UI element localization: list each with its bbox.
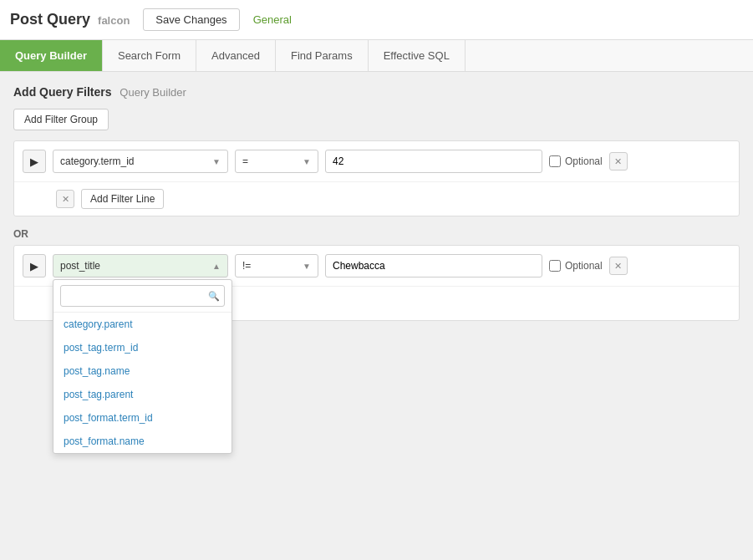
dropdown-item-3[interactable]: post_tag.parent	[53, 383, 231, 406]
field-select-1-caret: ▼	[212, 157, 221, 166]
dropdown-item-0[interactable]: category.parent	[53, 313, 231, 336]
general-link[interactable]: General	[253, 13, 292, 26]
optional-checkbox-2[interactable]: Optional	[549, 260, 603, 272]
save-button[interactable]: Save Changes	[143, 8, 239, 31]
dropdown-search-input[interactable]	[60, 285, 225, 307]
operator-select-2-caret: ▼	[303, 262, 311, 271]
optional-checkbox-1[interactable]: Optional	[549, 155, 603, 167]
dropdown-item-1[interactable]: post_tag.term_id	[53, 336, 231, 359]
remove-row-2-button[interactable]: ✕	[609, 257, 628, 275]
filter-group-1-actions: ✕ Add Filter Line	[14, 182, 739, 216]
operator-select-2[interactable]: != ▼	[235, 254, 318, 277]
field-select-2-caret: ▲	[212, 262, 221, 271]
field-dropdown-menu: 🔍 category.parent post_tag.term_id post_…	[53, 279, 232, 454]
dropdown-item-4[interactable]: post_format.term_id	[53, 406, 231, 430]
field-select-2[interactable]: post_title ▲	[53, 254, 228, 277]
collapse-arrow-1[interactable]: ▶	[23, 150, 46, 173]
field-select-1[interactable]: category.term_id ▼	[53, 150, 228, 173]
dropdown-search-area: 🔍	[53, 280, 231, 313]
tab-query-builder[interactable]: Query Builder	[0, 40, 103, 71]
optional-check-input-1[interactable]	[549, 155, 561, 167]
content-area: Add Query Filters Query Builder Add Filt…	[0, 72, 753, 341]
header: Post Query falcon Save Changes General	[0, 0, 753, 40]
page-title: Post Query falcon	[10, 11, 130, 28]
section-title: Add Query Filters Query Builder	[13, 85, 740, 99]
search-wrapper: 🔍	[60, 285, 225, 307]
collapse-arrow-2[interactable]: ▶	[23, 254, 46, 277]
add-filter-line-1-button[interactable]: Add Filter Line	[81, 189, 164, 209]
value-input-1[interactable]	[325, 150, 542, 173]
page-subtitle: falcon	[98, 14, 130, 27]
operator-select-1-caret: ▼	[303, 157, 311, 166]
filter-group-2: ▶ post_title ▲ 🔍 category.parent post_t	[13, 245, 740, 321]
dropdown-item-5[interactable]: post_format.name	[53, 430, 231, 453]
or-separator: OR	[13, 223, 740, 245]
tab-find-params[interactable]: Find Params	[276, 40, 369, 71]
tabs-bar: Query Builder Search Form Advanced Find …	[0, 40, 753, 72]
remove-row-1-button[interactable]: ✕	[609, 152, 628, 171]
operator-select-1[interactable]: = ▼	[235, 150, 318, 173]
filter-row-1: ▶ category.term_id ▼ = ▼ Optional ✕	[14, 141, 739, 182]
tab-advanced[interactable]: Advanced	[196, 40, 276, 71]
tab-effective-sql[interactable]: Effective SQL	[369, 40, 466, 71]
dropdown-item-2[interactable]: post_tag.name	[53, 359, 231, 383]
search-icon: 🔍	[208, 291, 220, 302]
filter-group-1: ▶ category.term_id ▼ = ▼ Optional ✕ ✕ Ad…	[13, 140, 740, 216]
value-input-2[interactable]	[325, 254, 542, 277]
remove-group-1-button[interactable]: ✕	[56, 190, 74, 208]
tab-search-form[interactable]: Search Form	[103, 40, 196, 71]
filter-row-2: ▶ post_title ▲ 🔍 category.parent post_t	[14, 246, 739, 287]
optional-check-input-2[interactable]	[549, 260, 561, 272]
field-dropdown-container-2: post_title ▲ 🔍 category.parent post_tag.…	[53, 254, 228, 277]
add-filter-group-button[interactable]: Add Filter Group	[13, 109, 109, 130]
